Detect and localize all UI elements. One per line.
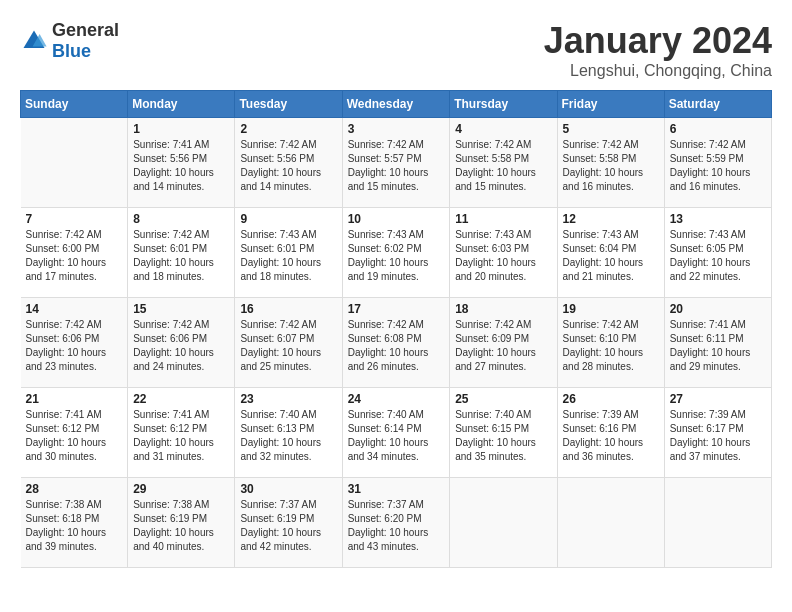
column-header-friday: Friday [557, 91, 664, 118]
calendar-body: 1Sunrise: 7:41 AM Sunset: 5:56 PM Daylig… [21, 118, 772, 568]
header-row: SundayMondayTuesdayWednesdayThursdayFrid… [21, 91, 772, 118]
day-number: 3 [348, 122, 445, 136]
location-subtitle: Lengshui, Chongqing, China [544, 62, 772, 80]
day-detail: Sunrise: 7:41 AM Sunset: 6:12 PM Dayligh… [133, 408, 229, 464]
calendar-cell: 8Sunrise: 7:42 AM Sunset: 6:01 PM Daylig… [128, 208, 235, 298]
day-detail: Sunrise: 7:43 AM Sunset: 6:03 PM Dayligh… [455, 228, 551, 284]
day-number: 19 [563, 302, 659, 316]
calendar-cell [21, 118, 128, 208]
day-detail: Sunrise: 7:41 AM Sunset: 5:56 PM Dayligh… [133, 138, 229, 194]
logo-text-blue: Blue [52, 41, 91, 61]
calendar-header: SundayMondayTuesdayWednesdayThursdayFrid… [21, 91, 772, 118]
calendar-cell [557, 478, 664, 568]
day-number: 15 [133, 302, 229, 316]
calendar-cell: 22Sunrise: 7:41 AM Sunset: 6:12 PM Dayli… [128, 388, 235, 478]
calendar-cell: 20Sunrise: 7:41 AM Sunset: 6:11 PM Dayli… [664, 298, 771, 388]
day-detail: Sunrise: 7:43 AM Sunset: 6:05 PM Dayligh… [670, 228, 766, 284]
day-detail: Sunrise: 7:42 AM Sunset: 6:06 PM Dayligh… [26, 318, 123, 374]
calendar-cell: 16Sunrise: 7:42 AM Sunset: 6:07 PM Dayli… [235, 298, 342, 388]
calendar-cell: 1Sunrise: 7:41 AM Sunset: 5:56 PM Daylig… [128, 118, 235, 208]
calendar-cell: 9Sunrise: 7:43 AM Sunset: 6:01 PM Daylig… [235, 208, 342, 298]
day-detail: Sunrise: 7:42 AM Sunset: 6:06 PM Dayligh… [133, 318, 229, 374]
calendar-cell: 4Sunrise: 7:42 AM Sunset: 5:58 PM Daylig… [450, 118, 557, 208]
day-number: 20 [670, 302, 766, 316]
calendar-cell: 7Sunrise: 7:42 AM Sunset: 6:00 PM Daylig… [21, 208, 128, 298]
day-detail: Sunrise: 7:40 AM Sunset: 6:15 PM Dayligh… [455, 408, 551, 464]
week-row-1: 1Sunrise: 7:41 AM Sunset: 5:56 PM Daylig… [21, 118, 772, 208]
calendar-cell: 26Sunrise: 7:39 AM Sunset: 6:16 PM Dayli… [557, 388, 664, 478]
calendar-cell: 2Sunrise: 7:42 AM Sunset: 5:56 PM Daylig… [235, 118, 342, 208]
day-detail: Sunrise: 7:41 AM Sunset: 6:12 PM Dayligh… [26, 408, 123, 464]
day-number: 9 [240, 212, 336, 226]
day-detail: Sunrise: 7:42 AM Sunset: 5:56 PM Dayligh… [240, 138, 336, 194]
day-detail: Sunrise: 7:43 AM Sunset: 6:04 PM Dayligh… [563, 228, 659, 284]
calendar-cell: 18Sunrise: 7:42 AM Sunset: 6:09 PM Dayli… [450, 298, 557, 388]
day-number: 1 [133, 122, 229, 136]
day-number: 5 [563, 122, 659, 136]
day-number: 28 [26, 482, 123, 496]
day-number: 4 [455, 122, 551, 136]
calendar-cell [450, 478, 557, 568]
day-number: 8 [133, 212, 229, 226]
day-detail: Sunrise: 7:42 AM Sunset: 6:00 PM Dayligh… [26, 228, 123, 284]
page-header: General Blue January 2024 Lengshui, Chon… [20, 20, 772, 80]
column-header-thursday: Thursday [450, 91, 557, 118]
column-header-wednesday: Wednesday [342, 91, 450, 118]
day-detail: Sunrise: 7:42 AM Sunset: 5:58 PM Dayligh… [563, 138, 659, 194]
day-number: 23 [240, 392, 336, 406]
day-number: 12 [563, 212, 659, 226]
day-detail: Sunrise: 7:40 AM Sunset: 6:14 PM Dayligh… [348, 408, 445, 464]
column-header-saturday: Saturday [664, 91, 771, 118]
day-number: 7 [26, 212, 123, 226]
column-header-monday: Monday [128, 91, 235, 118]
day-detail: Sunrise: 7:41 AM Sunset: 6:11 PM Dayligh… [670, 318, 766, 374]
week-row-4: 21Sunrise: 7:41 AM Sunset: 6:12 PM Dayli… [21, 388, 772, 478]
day-number: 16 [240, 302, 336, 316]
day-number: 18 [455, 302, 551, 316]
calendar-cell: 30Sunrise: 7:37 AM Sunset: 6:19 PM Dayli… [235, 478, 342, 568]
day-detail: Sunrise: 7:42 AM Sunset: 6:08 PM Dayligh… [348, 318, 445, 374]
calendar-cell: 10Sunrise: 7:43 AM Sunset: 6:02 PM Dayli… [342, 208, 450, 298]
calendar-cell: 6Sunrise: 7:42 AM Sunset: 5:59 PM Daylig… [664, 118, 771, 208]
day-number: 21 [26, 392, 123, 406]
day-number: 13 [670, 212, 766, 226]
day-number: 22 [133, 392, 229, 406]
day-detail: Sunrise: 7:39 AM Sunset: 6:17 PM Dayligh… [670, 408, 766, 464]
calendar-cell: 12Sunrise: 7:43 AM Sunset: 6:04 PM Dayli… [557, 208, 664, 298]
calendar-cell: 14Sunrise: 7:42 AM Sunset: 6:06 PM Dayli… [21, 298, 128, 388]
title-block: January 2024 Lengshui, Chongqing, China [544, 20, 772, 80]
page-title: January 2024 [544, 20, 772, 62]
calendar-cell: 13Sunrise: 7:43 AM Sunset: 6:05 PM Dayli… [664, 208, 771, 298]
calendar-cell: 15Sunrise: 7:42 AM Sunset: 6:06 PM Dayli… [128, 298, 235, 388]
day-detail: Sunrise: 7:37 AM Sunset: 6:19 PM Dayligh… [240, 498, 336, 554]
day-number: 6 [670, 122, 766, 136]
day-number: 24 [348, 392, 445, 406]
week-row-3: 14Sunrise: 7:42 AM Sunset: 6:06 PM Dayli… [21, 298, 772, 388]
day-detail: Sunrise: 7:42 AM Sunset: 6:09 PM Dayligh… [455, 318, 551, 374]
calendar-table: SundayMondayTuesdayWednesdayThursdayFrid… [20, 90, 772, 568]
day-number: 27 [670, 392, 766, 406]
column-header-sunday: Sunday [21, 91, 128, 118]
day-number: 11 [455, 212, 551, 226]
logo: General Blue [20, 20, 119, 62]
calendar-cell: 5Sunrise: 7:42 AM Sunset: 5:58 PM Daylig… [557, 118, 664, 208]
week-row-5: 28Sunrise: 7:38 AM Sunset: 6:18 PM Dayli… [21, 478, 772, 568]
day-number: 2 [240, 122, 336, 136]
day-detail: Sunrise: 7:42 AM Sunset: 5:59 PM Dayligh… [670, 138, 766, 194]
logo-text-general: General [52, 20, 119, 40]
day-number: 14 [26, 302, 123, 316]
calendar-cell: 21Sunrise: 7:41 AM Sunset: 6:12 PM Dayli… [21, 388, 128, 478]
day-detail: Sunrise: 7:42 AM Sunset: 5:57 PM Dayligh… [348, 138, 445, 194]
day-detail: Sunrise: 7:39 AM Sunset: 6:16 PM Dayligh… [563, 408, 659, 464]
week-row-2: 7Sunrise: 7:42 AM Sunset: 6:00 PM Daylig… [21, 208, 772, 298]
calendar-cell: 25Sunrise: 7:40 AM Sunset: 6:15 PM Dayli… [450, 388, 557, 478]
day-detail: Sunrise: 7:43 AM Sunset: 6:02 PM Dayligh… [348, 228, 445, 284]
day-number: 17 [348, 302, 445, 316]
calendar-cell [664, 478, 771, 568]
calendar-cell: 17Sunrise: 7:42 AM Sunset: 6:08 PM Dayli… [342, 298, 450, 388]
day-detail: Sunrise: 7:42 AM Sunset: 6:10 PM Dayligh… [563, 318, 659, 374]
day-detail: Sunrise: 7:38 AM Sunset: 6:18 PM Dayligh… [26, 498, 123, 554]
day-detail: Sunrise: 7:38 AM Sunset: 6:19 PM Dayligh… [133, 498, 229, 554]
calendar-cell: 24Sunrise: 7:40 AM Sunset: 6:14 PM Dayli… [342, 388, 450, 478]
day-number: 30 [240, 482, 336, 496]
